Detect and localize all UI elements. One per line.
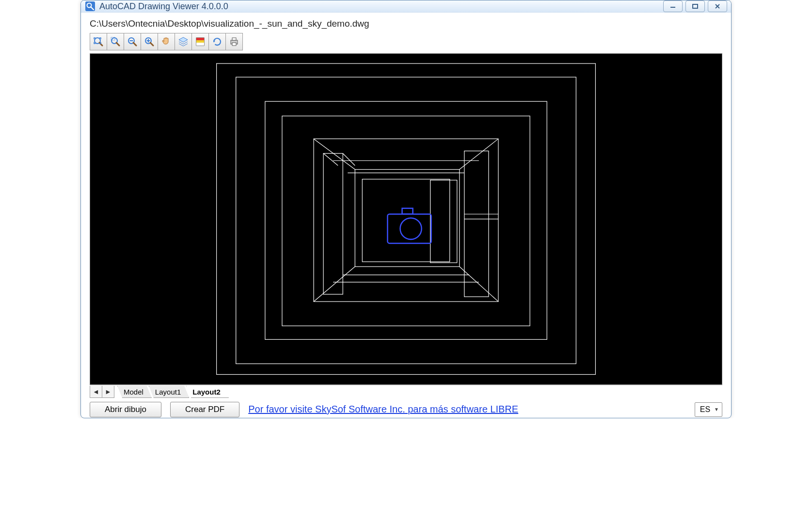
- svg-line-37: [460, 267, 498, 301]
- maximize-button[interactable]: [685, 0, 705, 12]
- zoom-in-button[interactable]: [141, 33, 158, 50]
- zoom-out-button[interactable]: [124, 33, 141, 50]
- toolbar: [90, 33, 722, 50]
- zoom-window-button[interactable]: [107, 33, 124, 50]
- svg-rect-49: [430, 180, 457, 263]
- svg-rect-48: [362, 179, 449, 262]
- tab-layout2[interactable]: Layout2: [186, 386, 229, 398]
- svg-rect-32: [314, 139, 498, 301]
- drawing-canvas[interactable]: [90, 53, 722, 385]
- properties-button[interactable]: [191, 33, 208, 50]
- svg-rect-23: [196, 43, 204, 46]
- button-label: Abrir dibujo: [105, 405, 146, 414]
- hand-icon: [160, 36, 172, 48]
- svg-rect-26: [232, 38, 236, 40]
- svg-line-36: [314, 267, 355, 301]
- language-select[interactable]: ES ▼: [695, 402, 722, 417]
- svg-rect-21: [196, 38, 204, 40]
- svg-line-14: [133, 43, 136, 46]
- tab-label: Layout2: [192, 388, 221, 396]
- svg-rect-38: [323, 153, 343, 294]
- tab-label: Model: [124, 388, 143, 396]
- zoom-extents-icon: [93, 36, 104, 48]
- chevron-right-icon: ►: [105, 388, 111, 396]
- zoom-extents-button[interactable]: [90, 33, 107, 50]
- tab-model[interactable]: Model: [117, 386, 152, 398]
- svg-marker-24: [213, 41, 215, 43]
- svg-line-40: [343, 153, 355, 165]
- tab-nav: ◄ ►: [90, 386, 114, 398]
- svg-rect-29: [236, 77, 576, 364]
- svg-point-52: [400, 218, 421, 239]
- tab-layout1[interactable]: Layout1: [149, 386, 189, 398]
- bottom-bar: Abrir dibujo Crear PDF Por favor visite …: [87, 399, 725, 417]
- tab-label: Layout1: [155, 388, 181, 396]
- app-window: AutoCAD Drawing Viewer 4.0.0.0 C:\Users\…: [80, 0, 732, 418]
- app-icon: [85, 1, 96, 12]
- layout-tabstrip: ◄ ► Model Layout1 Layout2: [90, 385, 722, 399]
- properties-icon: [194, 36, 206, 48]
- svg-rect-31: [282, 116, 530, 326]
- svg-rect-30: [265, 101, 547, 339]
- zoom-in-icon: [143, 36, 155, 48]
- close-button[interactable]: [708, 0, 727, 12]
- window-controls: [663, 0, 727, 12]
- chevron-left-icon: ◄: [93, 388, 99, 396]
- button-label: Crear PDF: [185, 405, 224, 414]
- drawing-content: [90, 54, 722, 384]
- pan-button[interactable]: [158, 33, 175, 50]
- print-icon: [228, 36, 240, 48]
- svg-rect-4: [693, 4, 698, 8]
- svg-marker-19: [179, 37, 188, 42]
- svg-line-10: [116, 43, 119, 46]
- layers-button[interactable]: [175, 33, 191, 50]
- print-button[interactable]: [225, 33, 243, 50]
- tab-next-button[interactable]: ►: [102, 386, 114, 397]
- language-value: ES: [700, 405, 710, 414]
- file-path: C:\Users\Ontecnia\Desktop\visualization_…: [90, 18, 722, 29]
- titlebar: AutoCAD Drawing Viewer 4.0.0.0: [81, 0, 731, 13]
- minimize-icon: [669, 4, 677, 9]
- svg-line-35: [460, 139, 498, 169]
- window-title: AutoCAD Drawing Viewer 4.0.0.0: [99, 1, 228, 12]
- create-pdf-button[interactable]: Crear PDF: [170, 402, 239, 417]
- client-area: C:\Users\Ontecnia\Desktop\visualization_…: [81, 13, 731, 418]
- chevron-down-icon: ▼: [714, 407, 719, 412]
- svg-line-18: [150, 43, 153, 46]
- maximize-icon: [691, 3, 699, 9]
- layers-icon: [177, 36, 189, 48]
- open-drawing-button[interactable]: Abrir dibujo: [90, 402, 161, 417]
- close-icon: [714, 3, 721, 9]
- skysof-link[interactable]: Por favor visite SkySof Software Inc. pa…: [248, 404, 518, 415]
- link-text: Por favor visite SkySof Software Inc. pa…: [248, 404, 518, 414]
- zoom-out-icon: [127, 36, 138, 48]
- svg-line-34: [314, 139, 355, 169]
- svg-rect-51: [402, 208, 413, 214]
- tab-prev-button[interactable]: ◄: [90, 386, 102, 397]
- svg-rect-27: [232, 43, 236, 46]
- svg-rect-22: [196, 40, 204, 43]
- zoom-window-icon: [110, 36, 121, 48]
- refresh-button[interactable]: [208, 33, 225, 50]
- minimize-button[interactable]: [663, 0, 683, 12]
- refresh-icon: [211, 36, 223, 48]
